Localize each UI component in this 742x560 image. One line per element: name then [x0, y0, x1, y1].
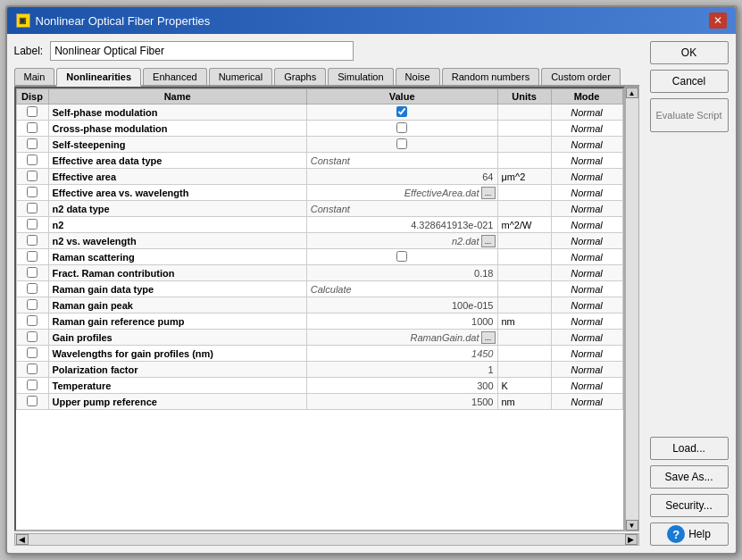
name-cell: Gain profiles: [48, 330, 306, 346]
close-button[interactable]: ✕: [709, 13, 727, 29]
value-cell: [306, 121, 497, 137]
disp-checkbox[interactable]: [27, 347, 38, 358]
disp-checkbox[interactable]: [27, 251, 38, 262]
tab-custom-order[interactable]: Custom order: [541, 68, 621, 85]
name-cell: Upper pump reference: [48, 394, 306, 410]
disp-checkbox[interactable]: [27, 380, 38, 390]
units-cell: [497, 233, 551, 249]
scroll-right-arrow[interactable]: ▶: [625, 534, 638, 545]
mode-cell: Normal: [551, 185, 622, 201]
scroll-left-arrow[interactable]: ◀: [16, 534, 29, 545]
disp-checkbox[interactable]: [27, 219, 38, 230]
units-cell: [497, 121, 551, 137]
disp-checkbox[interactable]: [27, 155, 38, 165]
tab-random-numbers[interactable]: Random numbers: [442, 68, 539, 85]
disp-checkbox[interactable]: [27, 331, 38, 342]
tab-simulation[interactable]: Simulation: [328, 68, 393, 85]
disp-cell: [16, 281, 48, 297]
ok-button[interactable]: OK: [650, 41, 729, 64]
name-cell: Raman gain data type: [48, 281, 306, 297]
table-row: n2 vs. wavelengthn2.dat...Normal: [16, 233, 622, 249]
units-cell: [497, 297, 551, 313]
mode-cell: Normal: [551, 249, 622, 265]
value-checkbox[interactable]: [396, 122, 407, 133]
sidebar: OK Cancel Evaluate Script Load... Save A…: [646, 34, 736, 553]
value-checkbox[interactable]: [396, 251, 407, 262]
mode-cell: Normal: [551, 265, 622, 281]
cancel-button[interactable]: Cancel: [650, 70, 729, 93]
units-cell: [497, 185, 551, 201]
col-header-mode: Mode: [551, 89, 622, 104]
value-checkbox[interactable]: [396, 138, 407, 149]
label-field-label: Label:: [14, 45, 44, 57]
help-icon: ?: [667, 525, 685, 543]
value-checkbox[interactable]: [396, 106, 407, 117]
main-content: Label: Main Nonlinearities Enhanced Nume…: [7, 34, 646, 553]
tab-graphs[interactable]: Graphs: [274, 68, 326, 85]
disp-cell: [16, 137, 48, 153]
tab-enhanced[interactable]: Enhanced: [143, 68, 207, 85]
tab-main[interactable]: Main: [14, 68, 55, 85]
help-button[interactable]: ? Help: [650, 522, 729, 546]
table-row: Polarization factor1Normal: [16, 362, 622, 378]
value-cell: 100e-015: [306, 297, 497, 313]
table-row: Raman gain peak100e-015Normal: [16, 297, 622, 313]
tab-noise[interactable]: Noise: [396, 68, 440, 85]
browse-button[interactable]: ...: [481, 187, 496, 199]
app-icon: ▣: [16, 13, 30, 28]
table-area: Disp Name Value Units Mode Self-phase mo…: [14, 87, 639, 531]
browse-button[interactable]: ...: [481, 331, 496, 344]
units-cell: [497, 362, 551, 378]
disp-cell: [16, 378, 48, 394]
tab-nonlinearities[interactable]: Nonlinearities: [56, 68, 141, 87]
disp-checkbox[interactable]: [27, 122, 38, 133]
table-row: Wavelengths for gain profiles (nm)1450No…: [16, 346, 622, 362]
disp-checkbox[interactable]: [27, 203, 38, 213]
save-as-button[interactable]: Save As...: [650, 465, 729, 489]
mode-cell: Normal: [551, 233, 622, 249]
name-cell: Cross-phase modulation: [48, 121, 306, 137]
scroll-down-arrow[interactable]: ▼: [626, 520, 638, 531]
disp-checkbox[interactable]: [27, 315, 38, 326]
name-cell: Temperature: [48, 378, 306, 394]
disp-cell: [16, 201, 48, 217]
table-header-row: Disp Name Value Units Mode: [16, 89, 622, 104]
disp-checkbox[interactable]: [27, 235, 38, 246]
mode-cell: Normal: [551, 362, 622, 378]
label-input[interactable]: [50, 41, 354, 61]
help-label: Help: [688, 528, 711, 540]
disp-checkbox[interactable]: [27, 283, 38, 294]
disp-cell: [16, 153, 48, 169]
evaluate-script-button[interactable]: Evaluate Script: [650, 98, 729, 132]
disp-cell: [16, 233, 48, 249]
table-row: Effective area vs. wavelengthEffectiveAr…: [16, 185, 622, 201]
mode-cell: Normal: [551, 169, 622, 185]
units-cell: [497, 201, 551, 217]
value-cell: RamanGain.dat...: [306, 330, 497, 346]
browse-button[interactable]: ...: [481, 235, 496, 247]
tab-numerical[interactable]: Numerical: [209, 68, 273, 85]
name-cell: n2 data type: [48, 201, 306, 217]
load-button[interactable]: Load...: [650, 437, 729, 460]
disp-checkbox[interactable]: [27, 138, 38, 149]
value-cell: 300: [306, 378, 497, 394]
disp-checkbox[interactable]: [27, 364, 38, 374]
scroll-up-arrow[interactable]: ▲: [626, 88, 638, 98]
name-cell: Raman gain reference pump: [48, 313, 306, 330]
table-row: Raman scatteringNormal: [16, 249, 622, 265]
disp-checkbox[interactable]: [27, 299, 38, 310]
dialog-window: ▣ Nonlinear Optical Fiber Properties ✕ L…: [5, 5, 738, 555]
title-bar: ▣ Nonlinear Optical Fiber Properties ✕: [7, 7, 736, 34]
disp-checkbox[interactable]: [27, 396, 38, 406]
disp-checkbox[interactable]: [27, 171, 38, 181]
units-cell: [497, 281, 551, 297]
disp-cell: [16, 217, 48, 233]
disp-checkbox[interactable]: [27, 187, 38, 197]
units-cell: [497, 137, 551, 153]
security-button[interactable]: Security...: [650, 494, 729, 517]
disp-checkbox[interactable]: [27, 106, 38, 117]
dialog-title: Nonlinear Optical Fiber Properties: [36, 14, 211, 28]
disp-checkbox[interactable]: [27, 267, 38, 278]
label-row: Label:: [14, 41, 639, 61]
table-row: Temperature300KNormal: [16, 378, 622, 394]
